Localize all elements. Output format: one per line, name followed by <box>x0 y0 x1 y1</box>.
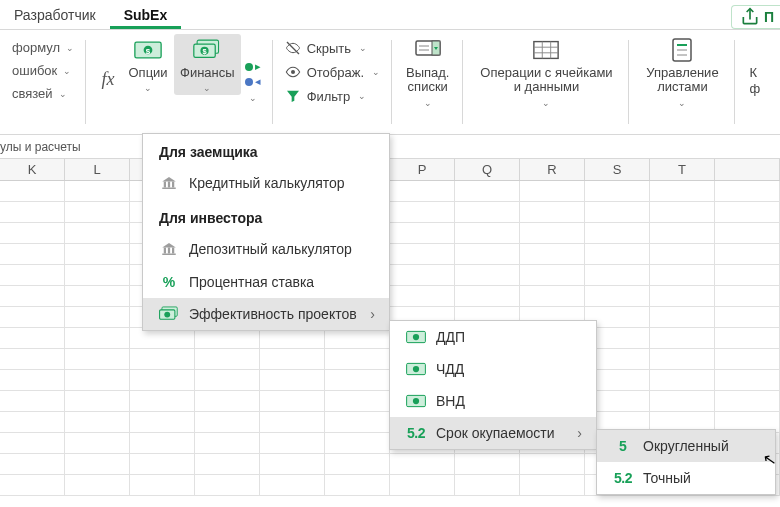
fx-button[interactable]: fx <box>94 34 122 124</box>
menu-deposit-calc[interactable]: Депозитный калькулятор <box>143 232 389 266</box>
svg-point-33 <box>413 334 419 340</box>
dropdown-list-icon <box>414 36 442 64</box>
menu-payback[interactable]: 5.2 Срок окупаемости › <box>390 417 596 449</box>
menu-chdd[interactable]: ЧДД <box>390 353 596 385</box>
group-audit: формул⌄ ошибок⌄ связей⌄ <box>0 30 86 134</box>
audit-errors[interactable]: ошибок⌄ <box>8 61 78 80</box>
group-visibility: Скрыть⌄ Отображ.⌄ Фильтр⌄ <box>273 30 392 134</box>
group-caption-partial: улы и расчеты <box>0 135 780 159</box>
menu-efficiency[interactable]: Эффективность проектов › <box>143 298 389 330</box>
filter-button[interactable]: Фильтр⌄ <box>281 86 384 106</box>
svg-rect-27 <box>172 248 174 254</box>
col-T[interactable]: T <box>650 159 715 180</box>
money-icon: $ <box>134 36 162 64</box>
tab-developer[interactable]: Разработчик <box>0 1 110 29</box>
menu-vnd[interactable]: ВНД <box>390 385 596 417</box>
group-partial-right: К ф <box>735 30 780 134</box>
svg-point-31 <box>164 312 170 318</box>
bank-icon <box>159 240 179 258</box>
tab-strip: Разработчик SubEx П <box>0 0 780 30</box>
svg-point-7 <box>291 70 295 74</box>
tab-subex[interactable]: SubEx <box>110 1 182 29</box>
group-fx: fx $ Опции ⌄ $ Финансы ⌄ ▸ ◂ ⌄ <box>86 30 273 134</box>
menu-credit-calc[interactable]: Кредитный калькулятор <box>143 166 389 200</box>
column-headers[interactable]: K L P Q R S T <box>0 159 780 181</box>
options-button[interactable]: $ Опции ⌄ <box>122 34 174 95</box>
menu-rounded[interactable]: 5 Округленный <box>597 430 775 462</box>
col-K[interactable]: K <box>0 159 65 180</box>
col-P[interactable]: P <box>390 159 455 180</box>
menu-exact[interactable]: 5.2 Точный <box>597 462 775 494</box>
svg-rect-24 <box>162 188 176 190</box>
cells-icon <box>532 36 560 64</box>
menu-header-borrower: Для заемщика <box>143 134 389 166</box>
group-sheets: Управление листами ⌄ <box>629 30 735 134</box>
svg-rect-12 <box>534 42 558 59</box>
svg-point-35 <box>413 366 419 372</box>
col-R[interactable]: R <box>520 159 585 180</box>
ribbon: формул⌄ ошибок⌄ связей⌄ fx $ Опции ⌄ $ Ф… <box>0 30 780 135</box>
share-label: П <box>764 9 774 25</box>
menu-rate[interactable]: % Процентная ставка <box>143 266 389 298</box>
mini-toggle[interactable]: ▸ ◂ ⌄ <box>241 34 265 103</box>
efficiency-submenu: ДДП ЧДД ВНД 5.2 Срок окупаемости › <box>389 320 597 450</box>
svg-text:$: $ <box>146 47 151 56</box>
audit-links[interactable]: связей⌄ <box>8 84 78 103</box>
hide-button[interactable]: Скрыть⌄ <box>281 38 384 58</box>
audit-formulas[interactable]: формул⌄ <box>8 38 78 57</box>
col-L[interactable]: L <box>65 159 130 180</box>
finance-menu: Для заемщика Кредитный калькулятор Для и… <box>142 133 390 331</box>
group-cell-ops: Операции с ячейками и данными ⌄ <box>463 30 629 134</box>
number-icon: 5.2 <box>406 425 426 441</box>
sheet-icon <box>668 36 696 64</box>
group-dropdowns: Выпад. списки ⌄ <box>392 30 463 134</box>
money-stack-icon <box>159 306 179 322</box>
show-icon <box>285 64 301 80</box>
money-stack-icon: $ <box>193 36 221 64</box>
payback-submenu: 5 Округленный 5.2 Точный <box>596 429 776 495</box>
number-five-icon: 5 <box>613 438 633 454</box>
col-S[interactable]: S <box>585 159 650 180</box>
percent-icon: % <box>159 274 179 290</box>
dropdowns-button[interactable]: Выпад. списки ⌄ <box>400 34 455 110</box>
share-icon <box>740 7 760 27</box>
menu-ddp[interactable]: ДДП <box>390 321 596 353</box>
menu-header-investor: Для инвестора <box>143 200 389 232</box>
hide-icon <box>285 40 301 56</box>
svg-rect-23 <box>172 182 174 188</box>
funnel-icon <box>285 88 301 104</box>
number-icon: 5.2 <box>613 470 633 486</box>
col-Q[interactable]: Q <box>455 159 520 180</box>
partial-right-button[interactable]: К ф <box>743 34 780 99</box>
svg-rect-21 <box>164 182 166 188</box>
cell-ops-button[interactable]: Операции с ячейками и данными ⌄ <box>471 34 621 110</box>
show-button[interactable]: Отображ.⌄ <box>281 62 384 82</box>
bank-icon <box>159 174 179 192</box>
svg-rect-25 <box>164 248 166 254</box>
cash-icon <box>406 394 426 408</box>
sheets-button[interactable]: Управление листами ⌄ <box>637 34 727 110</box>
svg-rect-28 <box>162 254 176 256</box>
chevron-right-icon: › <box>370 306 375 322</box>
share-button[interactable]: П <box>731 5 780 29</box>
svg-point-37 <box>413 398 419 404</box>
finance-button[interactable]: $ Финансы ⌄ <box>174 34 241 95</box>
svg-rect-26 <box>168 248 170 254</box>
svg-rect-22 <box>168 182 170 188</box>
col-blank5[interactable] <box>715 159 780 180</box>
cash-icon <box>406 330 426 344</box>
cash-icon <box>406 362 426 376</box>
chevron-right-icon: › <box>577 425 582 441</box>
